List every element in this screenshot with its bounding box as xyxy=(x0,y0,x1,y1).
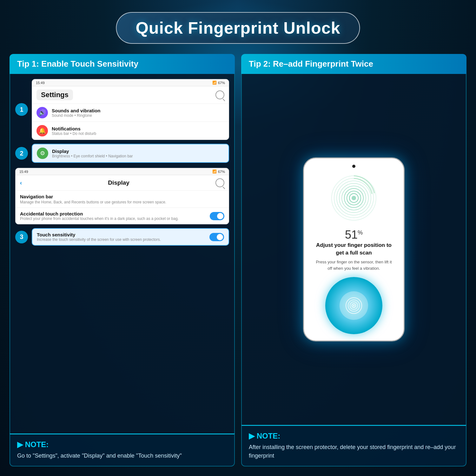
finger-circle xyxy=(325,277,382,334)
page-title: Quick Fingerprint Unlock xyxy=(136,18,340,37)
percent-display: 51% xyxy=(345,228,363,241)
time-2: 15:49 xyxy=(19,170,28,174)
tip1-desc: Enable Touch Sensitivity xyxy=(41,59,138,69)
press-text: Press your finger on the sensor, then li… xyxy=(309,256,399,274)
settings-item-sounds[interactable]: 🔊 Sounds and vibration Sound mode • Ring… xyxy=(32,103,229,122)
notifications-icon: 🔔 xyxy=(36,125,48,136)
display-title: Display xyxy=(52,149,133,154)
search-icon[interactable] xyxy=(215,90,224,99)
svg-point-13 xyxy=(353,305,354,306)
left-column: Tip 1: Enable Touch Sensitivity 1 15:49 … xyxy=(10,54,235,466)
note-right-text: After installing the screen protector, d… xyxy=(249,443,459,460)
navitem-1-title: Navigation bar xyxy=(20,194,53,199)
finger-icon xyxy=(340,291,368,320)
phone-right-mockup: 51% Adjust your finger position to get a… xyxy=(303,157,405,342)
touch-sensitivity-highlighted[interactable]: Touch sensitivity Increase the touch sen… xyxy=(32,228,229,246)
step3-circle: 3 xyxy=(15,231,28,243)
right-column: Tip 2: Re–add Fingerprint Twice xyxy=(241,54,466,466)
note-left-text: Go to "Settings", activate "Display" and… xyxy=(17,452,227,460)
display-navitem-2[interactable]: Accidental touch protection Protect your… xyxy=(16,208,229,224)
touch-toggle[interactable] xyxy=(209,233,224,241)
display-screen-title: Display xyxy=(108,179,129,186)
tip2-label: Tip 2: xyxy=(249,59,271,69)
battery-1: 📶 67% xyxy=(212,81,225,85)
touch-title: Touch sensitivity xyxy=(37,232,207,237)
note-right: ▶ NOTE: After installing the screen prot… xyxy=(241,425,466,466)
settings-title-bar: Settings xyxy=(32,86,229,103)
tip2-desc: Re–add Fingerprint Twice xyxy=(273,59,373,69)
status-bar-2: 15:49 📶 67% xyxy=(16,168,229,175)
step3-row: 3 Touch sensitivity Increase the touch s… xyxy=(15,228,229,246)
display-sub: Brightness • Eye comfort shield • Naviga… xyxy=(52,154,133,158)
settings-title: Settings xyxy=(36,89,73,100)
display-highlighted[interactable]: ⚙ Display Brightness • Eye comfort shiel… xyxy=(32,144,229,163)
step2-row: 2 ⚙ Display Brightness • Eye comfort shi… xyxy=(15,144,229,163)
step2-circle: 2 xyxy=(15,147,28,160)
display-screen: 15:49 📶 67% ‹ Display Navigation bar xyxy=(15,168,229,224)
fingerprint-area xyxy=(330,174,378,222)
display-search-icon[interactable] xyxy=(215,178,224,187)
title-badge: Quick Fingerprint Unlock xyxy=(116,12,360,44)
sounds-icon: 🔊 xyxy=(36,107,48,118)
main-layout: Tip 1: Enable Touch Sensitivity 1 15:49 … xyxy=(10,54,466,466)
note-right-title: ▶ NOTE: xyxy=(249,432,459,440)
notifications-title: Notifications xyxy=(52,126,96,131)
time-1: 15:49 xyxy=(36,81,45,85)
tip1-label: Tip 1: xyxy=(17,59,39,69)
note-left-title: ▶ NOTE: xyxy=(17,440,227,449)
display-title-bar: ‹ Display xyxy=(16,175,229,190)
fingerprint-small-icon xyxy=(344,296,363,315)
svg-point-8 xyxy=(352,196,356,200)
step1-circle: 1 xyxy=(15,103,28,116)
tip2-body: 51% Adjust your finger position to get a… xyxy=(241,74,466,425)
touch-sub: Increase the touch sensitivity of the sc… xyxy=(37,237,207,242)
tip1-body: 1 15:49 📶 67% Settings xyxy=(10,74,235,433)
sounds-sub: Sound mode • Ringtone xyxy=(52,113,100,118)
settings-item-notifications[interactable]: 🔔 Notifications Status bar • Do not dist… xyxy=(32,122,229,140)
display-navitem-1[interactable]: Navigation bar Manage the Home, Back, an… xyxy=(16,190,229,208)
navitem-1-sub: Manage the Home, Back, and Recents butto… xyxy=(20,200,166,204)
acc-title: Accidental touch protection xyxy=(20,211,207,216)
settings-screen: 15:49 📶 67% Settings 🔊 xyxy=(32,79,229,140)
fingerprint-svg xyxy=(330,174,378,222)
sounds-title: Sounds and vibration xyxy=(52,108,100,113)
note-left: ▶ NOTE: Go to "Settings", activate "Disp… xyxy=(10,433,235,466)
tip2-header: Tip 2: Re–add Fingerprint Twice xyxy=(241,54,466,74)
display-icon: ⚙ xyxy=(37,148,48,159)
acc-sub: Protect your phone from accidental touch… xyxy=(20,216,207,221)
adjust-text: Adjust your finger position to get a ful… xyxy=(309,241,399,257)
back-arrow[interactable]: ‹ xyxy=(20,180,22,186)
tip1-header: Tip 1: Enable Touch Sensitivity xyxy=(10,54,235,74)
acc-toggle[interactable] xyxy=(210,212,224,220)
status-bar-1: 15:49 📶 67% xyxy=(32,79,229,86)
camera-dot xyxy=(352,165,355,168)
step1-row: 1 15:49 📶 67% Settings xyxy=(15,79,229,140)
notifications-sub: Status bar • Do not disturb xyxy=(52,131,96,136)
